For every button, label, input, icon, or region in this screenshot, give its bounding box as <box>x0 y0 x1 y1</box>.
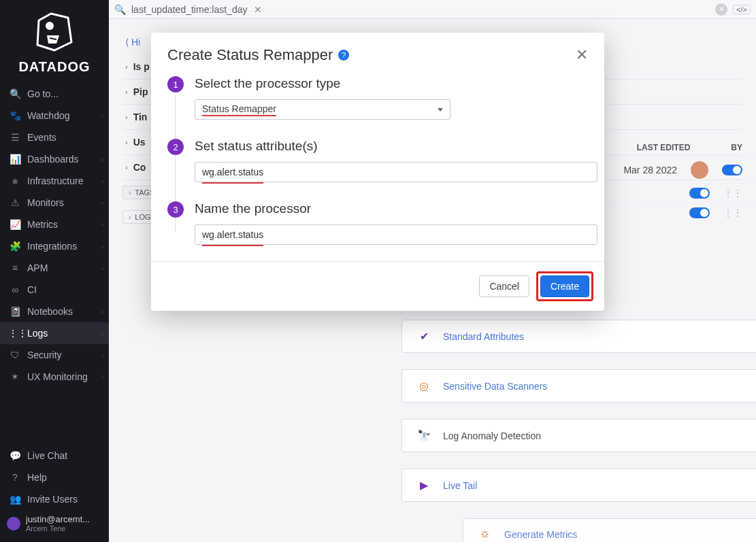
sidebar: DATADOG 🔍Go to... 🐾Watchdog› ☰Events 📊Da… <box>0 0 109 542</box>
create-status-remapper-modal: Create Status Remapper ? ✕ 1 Select the … <box>151 33 604 311</box>
input-value: wg.alert.status <box>202 163 263 184</box>
nav-dashboards[interactable]: 📊Dashboards› <box>0 148 109 170</box>
toggle[interactable] <box>722 165 742 175</box>
card-live-tail[interactable]: ▶ Live Tail <box>401 469 756 502</box>
card-standard-attributes[interactable]: ✔ Standard Attributes <box>401 320 756 353</box>
nav-infrastructure[interactable]: ⎈Infrastructure› <box>0 170 109 192</box>
nav-label: Invite Users <box>27 494 78 505</box>
processor-name-input[interactable]: wg.alert.status <box>195 224 597 245</box>
clear-search-icon[interactable]: ✕ <box>715 3 727 16</box>
nav-apm[interactable]: ≡APM› <box>0 257 109 279</box>
step-title: Select the processor type <box>195 76 588 91</box>
cancel-button[interactable]: Cancel <box>479 275 529 297</box>
metrics-icon: 📈 <box>8 219 22 230</box>
card-sensitive-data[interactable]: ◎ Sensitive Data Scanners <box>401 369 756 403</box>
modal-footer: Cancel Create <box>151 261 604 311</box>
step-2: 2 Set status attribute(s) wg.alert.statu… <box>167 139 588 182</box>
status-attribute-input[interactable]: wg.alert.status <box>195 162 597 182</box>
user-menu[interactable]: justin@arcemt... Arcem Tene <box>0 510 109 537</box>
nav-security[interactable]: 🛡Security› <box>0 344 109 366</box>
ci-icon: ∞ <box>8 284 22 295</box>
breadcrumb-back[interactable]: Hi <box>131 37 140 48</box>
logo: DATADOG <box>0 0 109 83</box>
modal-header: Create Status Remapper ? ✕ <box>151 33 604 76</box>
nav-label: Metrics <box>27 219 58 230</box>
card-label: Log Anomaly Detection <box>443 430 541 441</box>
search-chip[interactable]: last_updated_time:last_day <box>131 4 247 15</box>
sidebar-bottom: 💬Live Chat ?Help 👥Invite Users justin@ar… <box>0 439 109 542</box>
table-row: Mar 28 2022 <box>593 156 756 183</box>
card-generate-metrics[interactable]: ⛭ Generate Metrics <box>463 518 756 542</box>
nav: 🔍Go to... 🐾Watchdog› ☰Events 📊Dashboards… <box>0 83 109 439</box>
col-by: BY <box>731 143 742 152</box>
metrics-icon: ⛭ <box>476 528 495 541</box>
toggle[interactable] <box>689 188 710 199</box>
card-log-anomaly[interactable]: 🔭 Log Anomaly Detection <box>401 419 756 452</box>
nav-metrics[interactable]: 📈Metrics› <box>0 214 109 235</box>
modal-title: Create Status Remapper <box>167 46 333 64</box>
integrations-icon: 🧩 <box>8 241 22 252</box>
nav-label: UX Monitoring <box>27 371 88 382</box>
input-value: wg.alert.status <box>202 225 263 246</box>
binoculars-icon: 🔭 <box>414 429 433 442</box>
logs-icon: ⋮⋮ <box>8 328 22 339</box>
toggle[interactable] <box>689 207 710 218</box>
nav-label: Integrations <box>27 241 77 252</box>
back-icon[interactable]: ⟨ <box>125 37 129 48</box>
step-3: 3 Name the processor wg.alert.status <box>167 201 588 245</box>
pipeline-list: LAST EDITED BY Mar 28 2022 ⋮⋮ ⋮⋮ <box>593 136 756 222</box>
table-row: ⋮⋮ <box>593 203 756 222</box>
nav-label: Monitors <box>27 197 64 208</box>
nav-label: CI <box>27 284 37 295</box>
nav-help[interactable]: ?Help <box>0 467 109 488</box>
notebooks-icon: 📓 <box>8 306 22 317</box>
nav-notebooks[interactable]: 📓Notebooks› <box>0 301 109 322</box>
nav-ux[interactable]: ✶UX Monitoring› <box>0 366 109 388</box>
user-org: Arcem Tene <box>26 524 90 532</box>
nav-logs[interactable]: ⋮⋮Logs› <box>0 322 109 344</box>
security-icon: 🛡 <box>8 350 22 360</box>
nav-label: APM <box>27 262 48 273</box>
card-label: Generate Metrics <box>504 529 577 540</box>
help-icon[interactable]: ? <box>338 50 349 61</box>
nav-invite[interactable]: 👥Invite Users <box>0 488 109 510</box>
nav-events[interactable]: ☰Events <box>0 126 109 148</box>
scanner-icon: ◎ <box>414 379 433 392</box>
avatar <box>7 517 20 530</box>
invite-icon: 👥 <box>8 494 22 505</box>
row-date: Mar 28 2022 <box>623 165 677 175</box>
card-label: Sensitive Data Scanners <box>443 381 547 392</box>
drag-handle-icon[interactable]: ⋮⋮ <box>723 207 742 218</box>
step-title: Name the processor <box>195 201 597 216</box>
help-icon: ? <box>8 472 22 483</box>
nav-label: Notebooks <box>27 306 73 317</box>
step-title: Set status attribute(s) <box>195 139 597 154</box>
select-value: Status Remapper <box>202 103 276 116</box>
nav-label: Logs <box>27 328 48 339</box>
code-toggle-icon[interactable]: </> <box>733 5 751 14</box>
brand-text: DATADOG <box>0 59 109 75</box>
nav-ci[interactable]: ∞CI <box>0 279 109 301</box>
step-1: 1 Select the processor type Status Remap… <box>167 76 588 120</box>
dashboards-icon: 📊 <box>8 154 22 165</box>
close-icon[interactable]: ✕ <box>576 46 588 64</box>
datadog-logo-icon <box>31 11 78 54</box>
nav-goto[interactable]: 🔍Go to... <box>0 83 109 105</box>
nav-livechat[interactable]: 💬Live Chat <box>0 445 109 467</box>
avatar <box>691 161 708 179</box>
monitors-icon: ⚠ <box>8 197 22 208</box>
nav-monitors[interactable]: ⚠Monitors› <box>0 192 109 214</box>
drag-handle-icon[interactable]: ⋮⋮ <box>723 188 742 199</box>
chip-remove-icon[interactable]: ✕ <box>254 4 262 15</box>
nav-label: Help <box>27 472 47 483</box>
infrastructure-icon: ⎈ <box>8 175 22 186</box>
nav-label: Dashboards <box>27 154 79 165</box>
row-label: Co <box>133 162 146 173</box>
nav-integrations[interactable]: 🧩Integrations› <box>0 235 109 257</box>
nav-watchdog[interactable]: 🐾Watchdog› <box>0 105 109 126</box>
user-email: justin@arcemt... <box>26 514 90 524</box>
processor-type-select[interactable]: Status Remapper <box>195 99 450 120</box>
nav-label: Go to... <box>27 88 59 99</box>
search-icon: 🔍 <box>114 4 126 15</box>
create-button[interactable]: Create <box>540 275 589 297</box>
